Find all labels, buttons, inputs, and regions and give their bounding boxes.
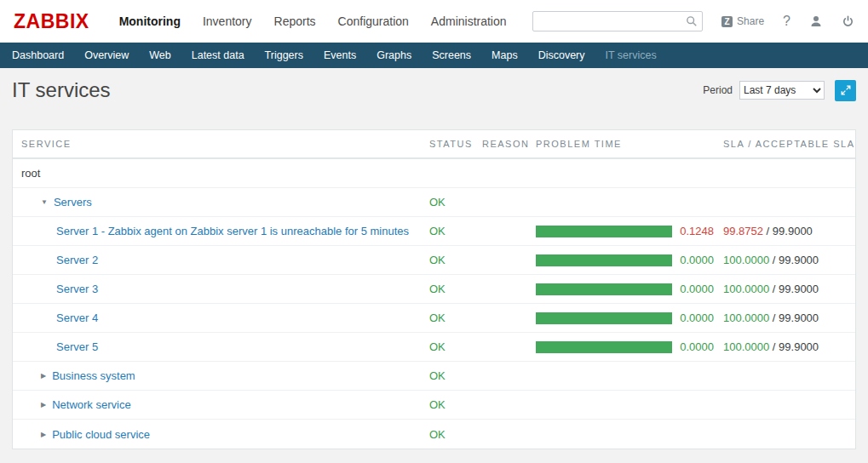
problem-time-cell: 0.0000	[528, 283, 714, 295]
table-row: Server 5OK0.0000100.0000 / 99.9000	[13, 333, 855, 362]
search-box	[532, 11, 703, 31]
subnav-maps[interactable]: Maps	[481, 43, 528, 68]
sla-cell: 99.8752 / 99.9000	[714, 225, 855, 237]
status-value: OK	[429, 428, 445, 441]
table-header-row: SERVICE STATUS REASON PROBLEM TIME SLA /…	[13, 130, 855, 159]
period-label: Period	[703, 84, 733, 96]
problem-time-bar-fill	[536, 226, 672, 237]
logout-button[interactable]	[842, 15, 854, 28]
problem-time-bar	[536, 341, 672, 353]
problem-time-bar-fill	[536, 254, 672, 266]
period-controls: Period Last 7 days	[703, 80, 856, 101]
subnav-dashboard[interactable]: Dashboard	[2, 43, 74, 68]
problem-time-value: 0.0000	[672, 283, 714, 295]
subnav-events[interactable]: Events	[313, 43, 366, 68]
problem-time-value: 0.0000	[672, 254, 714, 266]
nav-administration[interactable]: Administration	[420, 0, 518, 43]
column-header-service: SERVICE	[13, 139, 422, 149]
sla-cell: 100.0000 / 99.9000	[714, 283, 855, 295]
column-header-reason: REASON	[474, 139, 528, 149]
search-icon[interactable]	[686, 15, 698, 27]
search-input[interactable]	[532, 11, 703, 31]
service-cell: Server 1 - Zabbix agent on Zabbix server…	[13, 225, 422, 237]
subnav-discovery[interactable]: Discovery	[528, 43, 595, 68]
service-link[interactable]: Public cloud service	[52, 428, 150, 441]
status-cell: OK	[422, 428, 474, 441]
user-profile-icon	[809, 14, 823, 28]
service-link[interactable]: Server 1 - Zabbix agent on Zabbix server…	[56, 225, 409, 237]
subnav-it-services[interactable]: IT services	[595, 43, 667, 68]
service-cell: ▶Business system	[13, 369, 422, 382]
service-link[interactable]: Server 5	[56, 340, 98, 353]
share-icon: Z	[721, 16, 733, 27]
fullscreen-button[interactable]	[835, 80, 856, 101]
subnav-overview[interactable]: Overview	[74, 43, 139, 68]
problem-time-cell: 0.0000	[528, 340, 714, 353]
problem-time-bar-fill	[536, 312, 672, 324]
top-header: ZABBIX MonitoringInventoryReportsConfigu…	[0, 0, 868, 43]
period-select[interactable]: Last 7 days	[739, 81, 825, 100]
subnav-graphs[interactable]: Graphs	[366, 43, 422, 68]
service-name: root	[21, 167, 40, 180]
service-cell: Server 2	[13, 254, 422, 266]
service-cell: ▶Public cloud service	[13, 428, 422, 441]
service-link[interactable]: Servers	[54, 196, 92, 209]
nav-inventory[interactable]: Inventory	[192, 0, 263, 43]
zabbix-logo[interactable]: ZABBIX	[14, 10, 89, 33]
problem-time-cell: 0.0000	[528, 254, 714, 266]
column-header-problem-time: PROBLEM TIME	[528, 139, 714, 149]
status-cell: OK	[422, 196, 474, 209]
services-table: SERVICE STATUS REASON PROBLEM TIME SLA /…	[12, 129, 856, 449]
main-nav: MonitoringInventoryReportsConfigurationA…	[108, 0, 518, 43]
help-button[interactable]: ?	[783, 14, 790, 29]
problem-time-bar	[536, 254, 672, 266]
power-icon	[842, 15, 854, 28]
table-row: ▼ServersOK	[13, 188, 855, 217]
subnav-latest-data[interactable]: Latest data	[181, 43, 255, 68]
status-cell: OK	[422, 225, 474, 237]
status-value: OK	[429, 398, 445, 411]
nav-reports[interactable]: Reports	[263, 0, 327, 43]
service-link[interactable]: Business system	[52, 369, 135, 382]
status-value: OK	[429, 340, 445, 353]
subnav-screens[interactable]: Screens	[422, 43, 481, 68]
problem-time-value: 0.1248	[672, 225, 714, 237]
status-cell: OK	[422, 283, 474, 295]
status-value: OK	[429, 196, 445, 209]
service-link[interactable]: Network service	[52, 398, 130, 411]
service-cell: Server 5	[13, 340, 422, 353]
problem-time-bar	[536, 226, 672, 237]
status-cell: OK	[422, 340, 474, 353]
collapse-arrow-icon[interactable]: ▼	[41, 198, 48, 206]
problem-time-value: 0.0000	[672, 312, 714, 324]
table-row: root	[13, 159, 855, 188]
status-value: OK	[429, 283, 445, 295]
expand-arrow-icon[interactable]: ▶	[41, 401, 46, 409]
table-row: ▶Business systemOK	[13, 362, 855, 391]
nav-configuration[interactable]: Configuration	[327, 0, 420, 43]
nav-monitoring[interactable]: Monitoring	[108, 0, 192, 43]
table-row: Server 3OK0.0000100.0000 / 99.9000	[13, 275, 855, 304]
sla-value: 100.0000	[723, 254, 769, 266]
sla-separator: /	[769, 340, 779, 353]
service-link[interactable]: Server 4	[56, 312, 98, 324]
table-body: root▼ServersOKServer 1 - Zabbix agent on…	[13, 159, 855, 449]
subnav-web[interactable]: Web	[139, 43, 181, 68]
share-label: Share	[737, 15, 764, 27]
problem-time-bar-fill	[536, 283, 672, 295]
user-profile-button[interactable]	[809, 14, 823, 28]
sla-value: 99.8752	[723, 225, 763, 237]
problem-time-bar	[536, 283, 672, 295]
service-link[interactable]: Server 2	[56, 254, 98, 266]
service-link[interactable]: Server 3	[56, 283, 98, 295]
expand-arrow-icon[interactable]: ▶	[41, 372, 46, 380]
fullscreen-icon	[841, 85, 851, 95]
share-button[interactable]: Z Share	[721, 15, 764, 27]
sla-cell: 100.0000 / 99.9000	[714, 340, 855, 353]
sla-cell: 100.0000 / 99.9000	[714, 254, 855, 266]
acceptable-sla-value: 99.9000	[779, 283, 819, 295]
status-cell: OK	[422, 398, 474, 411]
subnav-triggers[interactable]: Triggers	[255, 43, 313, 68]
expand-arrow-icon[interactable]: ▶	[41, 431, 46, 438]
problem-time-cell: 0.1248	[528, 225, 714, 237]
